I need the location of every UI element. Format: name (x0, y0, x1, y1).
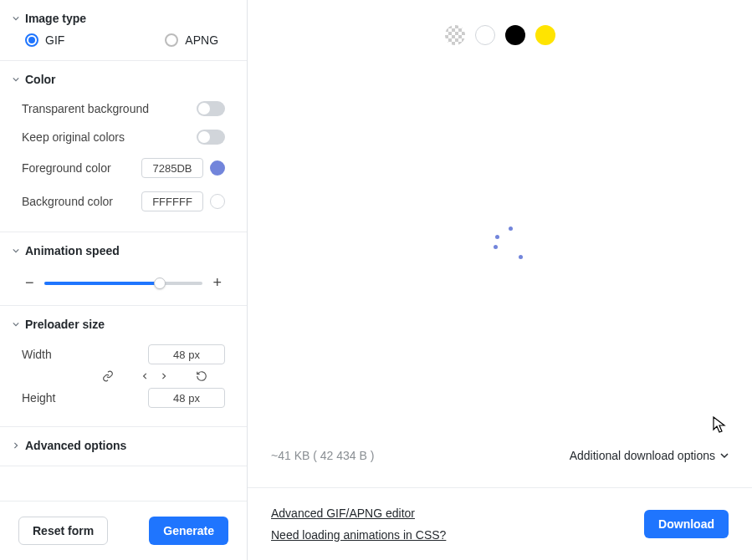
section-title: Advanced options (25, 439, 126, 452)
height-label: Height (22, 391, 55, 405)
radio-label: GIF (45, 33, 64, 47)
radio-gif[interactable]: GIF (25, 33, 64, 47)
preview-background-swatches (248, 0, 752, 45)
width-label: Width (22, 348, 52, 361)
section-title: Color (25, 73, 56, 86)
section-title: Image type (25, 12, 86, 25)
bg-swatch-transparent[interactable] (445, 25, 465, 45)
cursor-icon (713, 416, 726, 436)
speed-slider[interactable] (44, 282, 203, 285)
filesize-text: ~41 KB ( 42 434 B ) (271, 449, 374, 462)
section-animation-speed[interactable]: Animation speed (0, 244, 247, 266)
bg-swatch-black[interactable] (505, 25, 525, 45)
chevron-left-icon[interactable] (142, 372, 149, 380)
section-title: Preloader size (25, 318, 105, 331)
transparent-bg-toggle[interactable] (197, 101, 225, 116)
speed-decrease-button[interactable]: − (25, 274, 34, 292)
reset-size-icon[interactable] (196, 370, 207, 382)
section-preloader-size[interactable]: Preloader size (0, 318, 247, 339)
generate-button[interactable]: Generate (149, 517, 228, 545)
preview-canvas (248, 45, 752, 440)
chevron-down-icon (12, 14, 20, 23)
chevron-right-icon (12, 441, 20, 450)
speed-increase-button[interactable]: + (212, 274, 222, 292)
download-button[interactable]: Download (644, 510, 729, 538)
chevron-down-icon (12, 75, 20, 84)
background-swatch[interactable] (210, 194, 225, 209)
section-color[interactable]: Color (0, 73, 247, 94)
radio-apng[interactable]: APNG (165, 33, 218, 47)
reset-form-button[interactable]: Reset form (18, 517, 108, 545)
radio-icon (25, 33, 38, 47)
keep-colors-label: Keep original colors (22, 130, 125, 144)
radio-icon (165, 33, 178, 47)
section-image-type[interactable]: Image type (0, 12, 247, 33)
chevron-down-icon (720, 451, 729, 460)
radio-label: APNG (185, 33, 218, 47)
chevron-down-icon (12, 320, 20, 328)
link-icon[interactable] (102, 370, 114, 382)
chevron-down-icon (12, 247, 20, 255)
chevron-right-icon[interactable] (161, 372, 167, 380)
foreground-color-input[interactable] (141, 158, 203, 178)
transparent-bg-label: Transparent background (22, 102, 149, 115)
width-input[interactable] (148, 344, 225, 364)
bg-swatch-white[interactable] (475, 25, 495, 45)
bg-swatch-yellow[interactable] (535, 25, 555, 45)
height-input[interactable] (148, 388, 225, 408)
additional-download-options[interactable]: Additional download options (570, 449, 729, 462)
section-advanced-options[interactable]: Advanced options (0, 439, 247, 452)
background-color-input[interactable] (141, 191, 203, 211)
foreground-color-label: Foreground color (22, 161, 111, 175)
section-title: Animation speed (25, 244, 120, 257)
advanced-editor-link[interactable]: Advanced GIF/APNG editor (271, 507, 446, 520)
foreground-swatch[interactable] (210, 160, 225, 176)
keep-colors-toggle[interactable] (197, 130, 225, 145)
background-color-label: Background color (22, 195, 113, 208)
css-animations-link[interactable]: Need loading animations in CSS? (271, 528, 446, 542)
